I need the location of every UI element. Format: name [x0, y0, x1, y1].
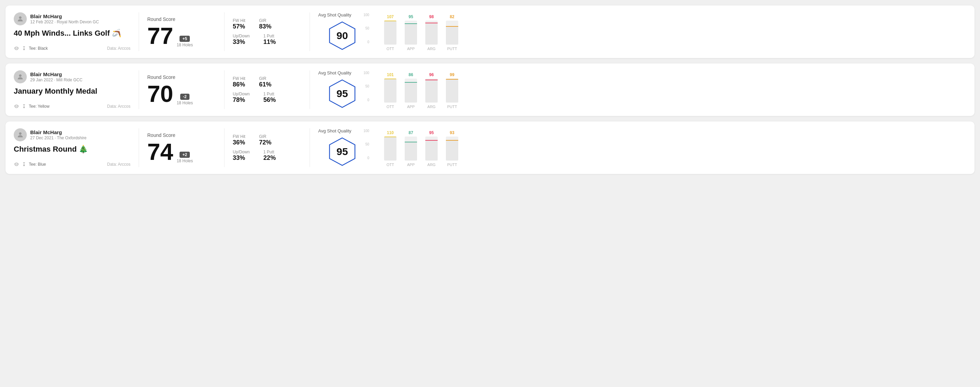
badge-holes-3: 18 Holes [177, 159, 193, 163]
bar-value-app: 86 [409, 72, 413, 77]
score-badge-3: +2 18 Holes [177, 152, 193, 163]
bar-col-ott: 101 OTT [384, 72, 396, 109]
tee-icon-2 [21, 104, 27, 109]
score-row-2: 70 -2 18 Holes [147, 82, 216, 105]
gir-stat-3: GIR 72% [259, 134, 272, 146]
bar-label-ott: OTT [387, 163, 394, 167]
y-axis-0: 0 [367, 98, 369, 102]
data-source-2: Data: Arccos [107, 104, 130, 109]
hexagon-container-1: 90 [327, 20, 358, 51]
avatar-2 [14, 70, 27, 83]
bar-value-ott: 107 [387, 14, 394, 19]
gir-value-3: 72% [259, 139, 272, 146]
updown-stat-3: Up/Down 33% [233, 149, 250, 162]
stats-section-2: FW Hit 86% GIR 61% Up/Down 78% 1 Putt 56… [233, 70, 301, 109]
bar-fill-ott [384, 79, 396, 103]
svg-point-0 [19, 16, 21, 19]
bar-value-putt: 93 [450, 130, 454, 135]
bar-value-arg: 98 [429, 14, 434, 19]
data-source-1: Data: Arccos [107, 46, 130, 51]
gir-stat-1: GIR 83% [259, 18, 272, 30]
bar-line-arg [425, 140, 438, 141]
score-number-3: 74 [147, 140, 173, 163]
score-row-3: 74 +2 18 Holes [147, 140, 216, 163]
bar-label-ott: OTT [387, 105, 394, 109]
stats-row-bottom-2: Up/Down 78% 1 Putt 56% [233, 92, 301, 104]
bar-line-app [405, 82, 417, 82]
user-info-3: Blair McHarg 27 Dec 2021 · The Oxfordshi… [14, 128, 130, 141]
round-card-3[interactable]: Blair McHarg 27 Dec 2021 · The Oxfordshi… [5, 121, 975, 174]
updown-value-1: 33% [233, 38, 250, 46]
bar-col-app: 95 APP [405, 14, 417, 51]
card-footer-2: Tee: Yellow Data: Arccos [14, 104, 130, 109]
bar-wrapper-app [405, 21, 417, 44]
fw-hit-stat-1: FW Hit 57% [233, 18, 245, 30]
updown-label-2: Up/Down [233, 92, 250, 97]
bar-fill-arg [425, 23, 438, 44]
round-card-1[interactable]: Blair McHarg 12 Feb 2022 · Royal North D… [5, 5, 975, 58]
bar-fill-app [405, 23, 417, 44]
tee-info-3: Tee: Blue [14, 162, 46, 167]
bar-wrapper-putt [446, 21, 458, 44]
bar-col-ott: 107 OTT [384, 14, 396, 51]
badge-pill-1: +5 [180, 36, 190, 42]
updown-stat-1: Up/Down 33% [233, 33, 250, 46]
bar-label-app: APP [407, 47, 415, 51]
tee-icon-3 [21, 162, 27, 167]
bar-fill-ott [384, 21, 396, 44]
bar-line-putt [446, 79, 458, 79]
divider-2-2 [224, 70, 224, 109]
bar-col-arg: 96 ARG [425, 72, 438, 109]
score-number-1: 77 [147, 24, 173, 48]
badge-pill-2: -2 [180, 94, 189, 100]
bar-col-putt: 82 PUTT [446, 14, 458, 51]
stats-row-top-1: FW Hit 57% GIR 83% [233, 18, 301, 30]
bar-wrapper-app [405, 79, 417, 103]
data-source-3: Data: Arccos [107, 162, 130, 167]
bar-wrapper-ott [384, 21, 396, 44]
putt-value-3: 22% [263, 154, 276, 162]
user-info-1: Blair McHarg 12 Feb 2022 · Royal North D… [14, 12, 130, 25]
hexagon-container-2: 95 [327, 78, 358, 109]
score-label-3: Round Score [147, 132, 216, 138]
gir-label-1: GIR [259, 18, 272, 23]
bar-line-ott [384, 136, 396, 137]
chart-section-1: 100 50 0 107 OTT 95 APP [366, 12, 966, 51]
bar-col-arg: 95 ARG [425, 130, 438, 167]
bar-wrapper-ott [384, 136, 396, 160]
bar-line-arg [425, 23, 438, 23]
tee-label-1: Tee: Black [29, 46, 48, 51]
bar-wrapper-app [405, 136, 417, 160]
user-info-2: Blair McHarg 29 Jan 2022 · Mill Ride GCC [14, 70, 130, 83]
score-label-2: Round Score [147, 75, 216, 80]
chart-section-3: 100 50 0 110 OTT 87 APP [366, 128, 966, 167]
bar-col-arg: 98 ARG [425, 14, 438, 51]
weather-icon-1 [14, 46, 19, 51]
y-axis-50: 50 [366, 84, 369, 88]
user-name-1: Blair McHarg [30, 13, 99, 19]
bar-label-putt: PUTT [447, 163, 457, 167]
score-row-1: 77 +5 18 Holes [147, 24, 216, 48]
svg-point-6 [19, 75, 21, 77]
fw-hit-label-3: FW Hit [233, 134, 245, 139]
card-footer-1: Tee: Black Data: Arccos [14, 46, 130, 51]
bar-value-ott: 110 [387, 130, 394, 135]
score-number-2: 70 [147, 82, 173, 105]
user-date-3: 27 Dec 2021 · The Oxfordshire [30, 135, 86, 140]
bar-fill-arg [425, 140, 438, 160]
putt-stat-3: 1 Putt 22% [263, 149, 276, 162]
y-axis-0: 0 [367, 40, 369, 44]
updown-label-3: Up/Down [233, 149, 250, 154]
round-card-2[interactable]: Blair McHarg 29 Jan 2022 · Mill Ride GCC… [5, 63, 975, 116]
gir-label-3: GIR [259, 134, 272, 139]
bar-value-app: 87 [409, 130, 413, 135]
bar-fill-putt [446, 140, 458, 160]
bar-line-app [405, 23, 417, 24]
round-title-2: January Monthly Medal [14, 87, 130, 96]
card-left-3: Blair McHarg 27 Dec 2021 · The Oxfordshi… [14, 128, 130, 167]
bar-value-putt: 99 [450, 72, 454, 77]
gir-label-2: GIR [259, 76, 272, 81]
bar-col-ott: 110 OTT [384, 130, 396, 167]
user-name-3: Blair McHarg [30, 129, 86, 135]
tee-icon-1 [21, 46, 27, 51]
